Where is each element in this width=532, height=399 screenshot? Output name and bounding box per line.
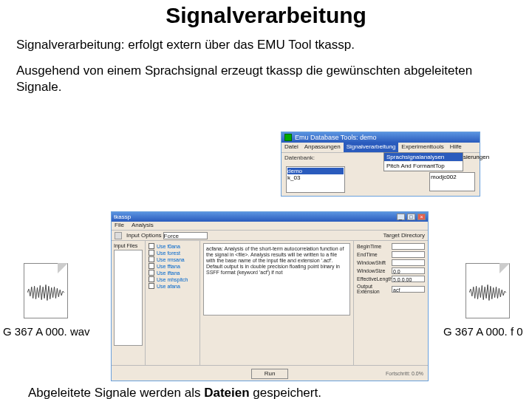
toolbar-icon[interactable] xyxy=(115,232,122,239)
opt-fftana: Use fftana xyxy=(157,264,180,269)
windowsize-input[interactable]: 0.0 xyxy=(392,267,425,274)
emu-menu-anpassungen[interactable]: Anpassungen xyxy=(301,143,344,152)
emu-db-list[interactable]: demo k_03 xyxy=(286,166,345,193)
emu-submenu-item-2[interactable]: Pitch And FormantTop xyxy=(384,162,463,171)
param-label: EndTime xyxy=(357,252,389,257)
opt-iftana: Use iftana xyxy=(157,270,180,276)
tkassp-footer: Run Fortschritt: 0.0% xyxy=(112,365,428,381)
input-file-label: G 367 A 000. wav xyxy=(3,325,90,338)
opt-f0ana: Use f0ana xyxy=(157,244,180,249)
minimize-icon[interactable]: _ xyxy=(397,214,405,220)
endtime-input[interactable] xyxy=(392,251,425,258)
opt-mhspitch: Use mhspitch xyxy=(157,277,188,282)
begintime-input[interactable] xyxy=(392,243,425,250)
emu-menubar[interactable]: Datei Anpassungen Signalverarbeitung Exp… xyxy=(282,143,480,153)
opt-afana: Use afana xyxy=(157,284,180,289)
close-icon[interactable]: × xyxy=(417,214,426,220)
checkbox-f0ana[interactable] xyxy=(149,243,154,249)
tkassp-titlebar: tkassp _ □ × xyxy=(112,212,428,222)
emu-submenu[interactable]: Sprachsignalanalysen Pitch And FormantTo… xyxy=(383,152,463,171)
tkassp-menu-file[interactable]: File xyxy=(115,222,124,230)
emu-menu-datei[interactable]: Datei xyxy=(282,143,301,152)
page-title: Signalverarbeitung xyxy=(0,3,532,28)
outputextension-input[interactable]: acf xyxy=(392,286,425,293)
opt-forest: Use forest xyxy=(157,250,180,256)
output-file-label: G 367 A 000. f 0 xyxy=(443,325,523,338)
footer-paragraph: Abgeleitete Signale werden als Dateien g… xyxy=(28,386,321,399)
input-options-dropdown[interactable]: Force xyxy=(163,232,208,239)
checkbox-mhspitch[interactable] xyxy=(149,276,154,282)
input-file-icon xyxy=(24,263,68,318)
emu-menu-experimenttools[interactable]: Experimenttools xyxy=(398,143,446,152)
tkassp-menubar[interactable]: File Analysis xyxy=(112,222,428,231)
emu-menu-hilfe[interactable]: Hilfe xyxy=(447,143,465,152)
target-directory-label: Target Directory xyxy=(383,232,425,239)
intro-paragraph-2: Ausgehend von einem Sprachsignal erzeugt… xyxy=(16,63,516,95)
tkassp-toolbar: Input Options Force Target Directory xyxy=(112,231,428,241)
emu-title: Emu Database Tools: demo xyxy=(295,134,376,141)
emu-submenu-item-1[interactable]: Sprachsignalanalysen xyxy=(384,153,463,162)
emu-app-icon xyxy=(284,134,292,141)
tkassp-window: tkassp _ □ × File Analysis Input Options… xyxy=(111,211,429,381)
progress-label: Fortschritt: 0.0% xyxy=(386,371,423,376)
tkassp-menu-analysis[interactable]: Analysis xyxy=(132,222,154,230)
tkassp-window-buttons: _ □ × xyxy=(396,214,426,220)
param-label: EffectiveLength xyxy=(357,276,389,282)
emu-db-label: Datenbank: xyxy=(284,154,315,161)
intro-paragraph-1: Signalverarbeitung: erfolgt extern über … xyxy=(16,37,516,52)
effectivelength-input[interactable]: 5.0.0.00 xyxy=(392,276,425,282)
emu-database-window: Emu Database Tools: demo Datei Anpassung… xyxy=(281,132,480,197)
run-button[interactable]: Run xyxy=(251,369,288,379)
tkassp-title: tkassp xyxy=(114,214,131,220)
param-label: Output Extension xyxy=(357,284,389,294)
input-options-label: Input Options xyxy=(126,232,162,239)
maximize-icon[interactable]: □ xyxy=(407,214,415,220)
checkbox-afana[interactable] xyxy=(149,283,154,289)
checkbox-rmsana[interactable] xyxy=(149,256,154,262)
emu-file-list-item[interactable]: modjc002 xyxy=(431,174,474,180)
parameters-panel: BeginTime EndTime WindowShift WindowSize… xyxy=(354,241,428,365)
emu-file-list[interactable]: modjc002 xyxy=(429,172,475,191)
input-files-list[interactable] xyxy=(114,250,143,346)
description-text: acfana: Analysis of the short-term autoc… xyxy=(203,243,350,316)
input-files-label: Input Files xyxy=(114,243,143,248)
checkbox-forest[interactable] xyxy=(149,250,154,256)
output-file-icon xyxy=(466,263,510,318)
description-panel: acfana: Analysis of the short-term autoc… xyxy=(200,241,354,365)
param-label: WindowShift xyxy=(357,260,389,265)
analysis-options-panel: Use f0ana Use forest Use rmsana Use ffta… xyxy=(146,241,200,365)
checkbox-fftana[interactable] xyxy=(149,263,154,269)
checkbox-iftana[interactable] xyxy=(149,270,154,276)
emu-db-list-item[interactable]: demo xyxy=(287,168,344,174)
emu-menu-signalverarbeitung[interactable]: Signalverarbeitung xyxy=(344,143,399,152)
waveform-icon xyxy=(27,284,64,301)
input-files-panel: Input Files xyxy=(112,241,146,365)
waveform-icon xyxy=(469,284,506,301)
opt-rmsana: Use rmsana xyxy=(157,257,185,262)
emu-titlebar: Emu Database Tools: demo xyxy=(282,132,480,143)
emu-db-list-item[interactable]: k_03 xyxy=(287,174,344,181)
windowshift-input[interactable] xyxy=(392,259,425,266)
param-label: WindowSize xyxy=(357,268,389,273)
param-label: BeginTime xyxy=(357,244,389,249)
emu-submenu-trail: sierungen xyxy=(463,154,489,160)
